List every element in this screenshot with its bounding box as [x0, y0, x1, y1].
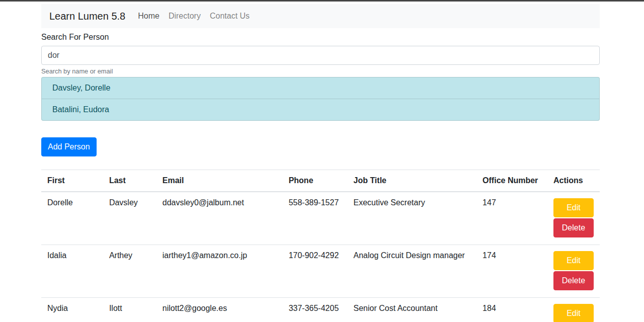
table-body: DorelleDavsleyddavsley0@jalbum.net558-38… — [41, 192, 600, 322]
nav-link-home[interactable]: Home — [133, 8, 164, 24]
cell-office: 147 — [476, 192, 547, 245]
search-results-list: Davsley, DorelleBatalini, Eudora — [41, 77, 600, 121]
search-helper-text: Search by name or email — [41, 67, 600, 75]
column-header-job-title: Job Title — [347, 170, 476, 192]
table-header-row: FirstLastEmailPhoneJob TitleOffice Numbe… — [41, 170, 600, 192]
column-header-office-number: Office Number — [476, 170, 547, 192]
edit-button[interactable]: Edit — [553, 198, 594, 217]
main-container: Learn Lumen 5.8 HomeDirectoryContact Us … — [41, 4, 600, 322]
search-result-item[interactable]: Davsley, Dorelle — [41, 77, 600, 99]
cell-office: 174 — [476, 245, 547, 298]
table-row: DorelleDavsleyddavsley0@jalbum.net558-38… — [41, 192, 600, 245]
column-header-first: First — [41, 170, 103, 192]
cell-actions: EditDelete — [547, 192, 600, 245]
navbar-links: HomeDirectoryContact Us — [133, 12, 254, 21]
cell-phone: 558-389-1527 — [283, 192, 348, 245]
cell-last: Davsley — [103, 192, 156, 245]
cell-email: iarthey1@amazon.co.jp — [156, 245, 283, 298]
column-header-phone: Phone — [283, 170, 348, 192]
nav-link-contact-us[interactable]: Contact Us — [205, 8, 254, 24]
cell-last: Ilott — [103, 298, 156, 322]
cell-phone: 170-902-4292 — [283, 245, 348, 298]
cell-email: nilott2@google.es — [156, 298, 283, 322]
cell-job: Executive Secretary — [347, 192, 476, 245]
edit-button[interactable]: Edit — [553, 251, 594, 270]
cell-job: Analog Circuit Design manager — [347, 245, 476, 298]
cell-first: Dorelle — [41, 192, 103, 245]
search-label: Search For Person — [41, 33, 600, 42]
column-header-last: Last — [103, 170, 156, 192]
cell-actions: EditDelete — [547, 245, 600, 298]
cell-last: Arthey — [103, 245, 156, 298]
table-row: NydiaIlottnilott2@google.es337-365-4205S… — [41, 298, 600, 322]
edit-button[interactable]: Edit — [553, 304, 594, 322]
cell-office: 184 — [476, 298, 547, 322]
navbar-brand[interactable]: Learn Lumen 5.8 — [49, 11, 125, 22]
cell-first: Nydia — [41, 298, 103, 322]
cell-email: ddavsley0@jalbum.net — [156, 192, 283, 245]
navbar: Learn Lumen 5.8 HomeDirectoryContact Us — [41, 4, 600, 28]
cell-first: Idalia — [41, 245, 103, 298]
column-header-email: Email — [156, 170, 283, 192]
nav-link-directory[interactable]: Directory — [164, 8, 205, 24]
page-top-divider — [0, 0, 644, 2]
table-row: IdaliaArtheyiarthey1@amazon.co.jp170-902… — [41, 245, 600, 298]
search-result-item[interactable]: Batalini, Eudora — [41, 99, 600, 121]
column-header-actions: Actions — [547, 170, 600, 192]
cell-phone: 337-365-4205 — [283, 298, 348, 322]
people-table: FirstLastEmailPhoneJob TitleOffice Numbe… — [41, 170, 600, 322]
delete-button[interactable]: Delete — [553, 218, 594, 237]
search-input[interactable] — [41, 46, 600, 65]
add-person-button[interactable]: Add Person — [41, 137, 97, 156]
search-section: Search For Person Search by name or emai… — [41, 33, 600, 121]
cell-job: Senior Cost Accountant — [347, 298, 476, 322]
delete-button[interactable]: Delete — [553, 271, 594, 290]
cell-actions: EditDelete — [547, 298, 600, 322]
